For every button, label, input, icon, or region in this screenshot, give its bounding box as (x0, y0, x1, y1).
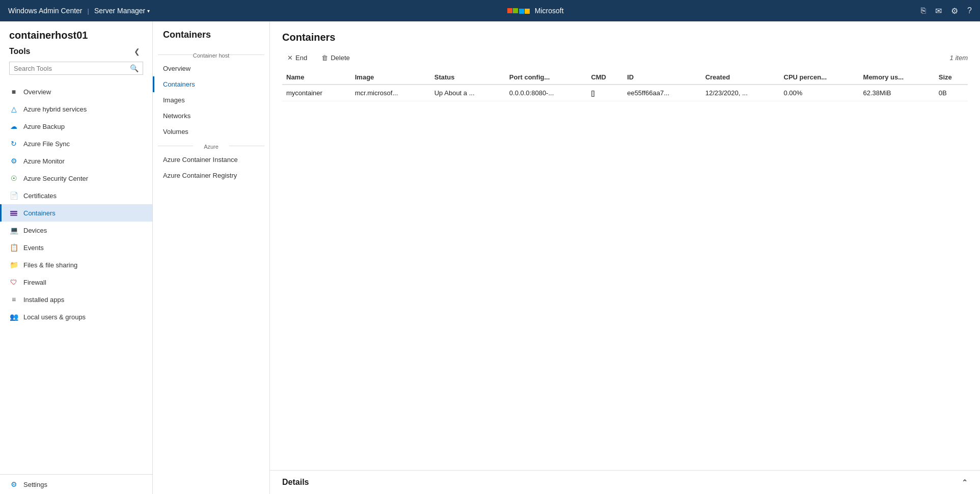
cell-cmd: [] (587, 85, 623, 101)
sidebar-item-label: Files & file sharing (23, 261, 77, 269)
sidebar-header: containerhost01 Tools ❮ 🔍 (0, 21, 152, 83)
sidebar-item-label: Azure Security Center (23, 175, 88, 182)
main-layout: containerhost01 Tools ❮ 🔍 ■ Overview △ A… (0, 21, 980, 494)
mid-nav-volumes[interactable]: Volumes (153, 124, 269, 140)
sidebar-item-label: Azure Backup (23, 123, 65, 130)
search-icon: 🔍 (130, 64, 139, 72)
sidebar-item-firewall[interactable]: 🛡 Firewall (0, 273, 152, 291)
details-chevron-icon[interactable]: ⌃ (962, 478, 968, 486)
server-manager-dropdown[interactable]: Server Manager ▾ (94, 7, 150, 15)
installed-apps-icon: ≡ (9, 295, 18, 304)
azure-monitor-icon: ⚙ (9, 156, 18, 166)
overview-icon: ■ (9, 87, 18, 96)
delete-icon: 🗑 (321, 54, 328, 62)
details-title: Details (282, 478, 309, 487)
settings-icon: ⚙ (9, 480, 18, 489)
microsoft-label: Microsoft (535, 7, 564, 15)
gear-icon[interactable]: ⚙ (951, 6, 958, 16)
col-created[interactable]: Created (701, 70, 780, 85)
col-image[interactable]: Image (351, 70, 430, 85)
sidebar-item-label: Local users & groups (23, 313, 86, 321)
cell-size: 0B (935, 85, 968, 101)
sidebar-item-label: Installed apps (23, 296, 64, 304)
files-icon: 📁 (9, 260, 18, 269)
search-box[interactable]: 🔍 (9, 62, 143, 75)
sidebar-item-devices[interactable]: 💻 Devices (0, 222, 152, 239)
cell-cpu: 0.00% (780, 85, 859, 101)
mid-nav-containers[interactable]: Containers (153, 76, 269, 92)
item-count: 1 item (950, 54, 968, 62)
content-title: Containers (282, 32, 968, 43)
azure-file-sync-icon: ↻ (9, 139, 18, 148)
mid-nav-azure-container-instance[interactable]: Azure Container Instance (153, 152, 269, 168)
col-status[interactable]: Status (430, 70, 505, 85)
sidebar-item-overview[interactable]: ■ Overview (0, 83, 152, 100)
col-cpu[interactable]: CPU percen... (780, 70, 859, 85)
details-header[interactable]: Details ⌃ (282, 478, 968, 487)
col-size[interactable]: Size (935, 70, 968, 85)
mid-nav-azure-container-registry[interactable]: Azure Container Registry (153, 168, 269, 183)
sidebar-item-events[interactable]: 📋 Events (0, 239, 152, 256)
cell-id: ee55ff66aa7... (623, 85, 701, 101)
events-icon: 📋 (9, 243, 18, 252)
sidebar-item-installed-apps[interactable]: ≡ Installed apps (0, 291, 152, 308)
sidebar-item-azure-hybrid[interactable]: △ Azure hybrid services (0, 100, 152, 118)
mid-nav-overview[interactable]: Overview (153, 61, 269, 76)
microsoft-logo (507, 8, 530, 14)
col-name[interactable]: Name (282, 70, 351, 85)
col-port-config[interactable]: Port config... (505, 70, 587, 85)
local-users-icon: 👥 (9, 312, 18, 321)
details-panel: Details ⌃ (270, 470, 980, 494)
content-panel: Containers ✕ End 🗑 Delete 1 item Name (270, 21, 980, 494)
svg-rect-0 (10, 211, 17, 212)
mid-nav-images[interactable]: Images (153, 92, 269, 108)
cell-status: Up About a ... (430, 85, 505, 101)
containers-table: Name Image Status Port config... CMD ID … (282, 70, 968, 101)
sidebar-item-azure-backup[interactable]: ☁ Azure Backup (0, 118, 152, 135)
sidebar-item-files[interactable]: 📁 Files & file sharing (0, 256, 152, 273)
app-title: Windows Admin Center (8, 7, 83, 15)
sidebar-item-azure-monitor[interactable]: ⚙ Azure Monitor (0, 152, 152, 170)
sidebar-item-label: Overview (23, 88, 51, 96)
server-manager-label: Server Manager (94, 7, 145, 15)
end-button[interactable]: ✕ End (282, 51, 312, 64)
azure-security-icon: ☉ (9, 174, 18, 183)
cell-memory: 62.38MiB (859, 85, 935, 101)
content-inner: Containers ✕ End 🗑 Delete 1 item Name (270, 21, 980, 470)
col-cmd[interactable]: CMD (587, 70, 623, 85)
devices-icon: 💻 (9, 226, 18, 235)
sidebar-item-label: Azure hybrid services (23, 105, 87, 113)
sidebar-item-local-users[interactable]: 👥 Local users & groups (0, 308, 152, 325)
sidebar-item-certificates[interactable]: 📄 Certificates (0, 187, 152, 204)
topbar-divider: | (88, 7, 89, 15)
sidebar-item-azure-security[interactable]: ☉ Azure Security Center (0, 170, 152, 187)
mid-panel-title: Containers (153, 30, 269, 48)
sidebar-item-containers[interactable]: Containers (0, 204, 152, 222)
col-memory[interactable]: Memory us... (859, 70, 935, 85)
cell-port-config: 0.0.0.0:8080-... (505, 85, 587, 101)
terminal-icon[interactable]: ⎘ (921, 6, 926, 15)
certificates-icon: 📄 (9, 191, 18, 200)
topbar: Windows Admin Center | Server Manager ▾ … (0, 0, 980, 21)
sidebar-item-label: Containers (23, 209, 56, 217)
cell-created: 12/23/2020, ... (701, 85, 780, 101)
collapse-sidebar-button[interactable]: ❮ (131, 46, 143, 57)
help-icon[interactable]: ? (967, 6, 972, 15)
sidebar-nav: ■ Overview △ Azure hybrid services ☁ Azu… (0, 83, 152, 474)
cell-name: mycontainer (282, 85, 351, 101)
topbar-center: Microsoft (150, 7, 921, 15)
sidebar-item-azure-file-sync[interactable]: ↻ Azure File Sync (0, 135, 152, 152)
table-row[interactable]: mycontainer mcr.microsof... Up About a .… (282, 85, 968, 101)
delete-button[interactable]: 🗑 Delete (316, 51, 355, 64)
sidebar-item-label: Firewall (23, 279, 46, 286)
sidebar-item-settings[interactable]: ⚙ Settings (0, 474, 152, 494)
bell-icon[interactable]: ✉ (935, 6, 942, 16)
mid-nav-networks[interactable]: Networks (153, 108, 269, 124)
action-bar: ✕ End 🗑 Delete 1 item (282, 51, 968, 64)
topbar-icon-group: ⎘ ✉ ⚙ ? (921, 6, 972, 16)
settings-label: Settings (23, 481, 47, 488)
mid-panel: Containers Container host Overview Conta… (153, 21, 270, 494)
delete-label: Delete (331, 54, 350, 62)
search-input[interactable] (14, 65, 130, 72)
col-id[interactable]: ID (623, 70, 701, 85)
